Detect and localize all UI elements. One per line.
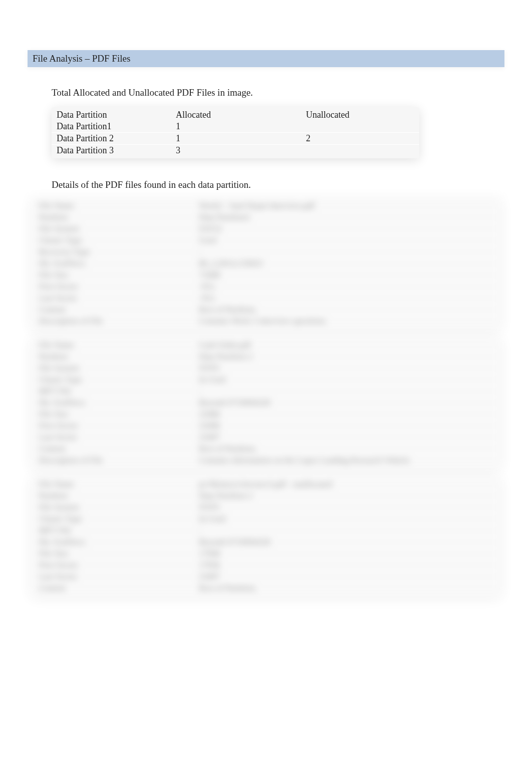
summary-caption: Total Allocated and Unallocated PDF File… <box>52 87 504 98</box>
cell-unallocated: 2 <box>306 133 414 144</box>
detail-label: File Name <box>39 479 199 489</box>
detail-label: Content <box>39 305 199 315</box>
section-title: File Analysis – PDF Files <box>33 53 130 64</box>
detail-row: Last Sector-NA- <box>32 292 500 304</box>
detail-value: 23497 <box>199 432 493 442</box>
detail-value: pv/Monica's/invoice3.pdf - unallocated <box>199 479 493 489</box>
detail-row: File NameCash Order.pdf <box>32 340 500 351</box>
detail-row: MFT File- <box>32 525 500 536</box>
summary-table: Data Partition Allocated Unallocated Dat… <box>52 107 419 158</box>
detail-value: 17956 <box>199 560 493 570</box>
table-row: Data Partition 2 1 2 <box>52 132 419 144</box>
cell-unallocated <box>306 121 414 132</box>
detail-label: Description of File <box>39 455 199 465</box>
detail-value: Data Partition 2 <box>199 491 493 501</box>
detail-value: -NA- <box>199 293 493 303</box>
detail-label: File System <box>39 363 199 373</box>
detail-label: Cluster Type <box>39 375 199 385</box>
detail-value: Week2 - Saul Dejan Interview.pdf <box>199 201 493 211</box>
detail-value: - <box>199 247 493 257</box>
detail-label: MFT File <box>39 526 199 536</box>
table-row: Data Partition 3 3 <box>52 144 419 156</box>
detail-row: Last Sector23497 <box>32 431 500 443</box>
detail-label: Cluster Type <box>39 514 199 524</box>
detail-value: Cash Order.pdf <box>199 340 493 350</box>
detail-row: Dir. Ext#Sect.86_2,2814,135823 <box>32 257 500 269</box>
detail-row: File NameWeek2 - Saul Dejan Interview.pd… <box>32 200 500 211</box>
detail-row: ContentRest of Partition, <box>32 582 500 594</box>
section-header: File Analysis – PDF Files <box>28 50 504 67</box>
detail-value: Rest of Partition, <box>199 305 493 315</box>
detail-label: Dir. Ext#Sect. <box>39 537 199 547</box>
detail-row: First Sector23496 <box>32 420 500 431</box>
detail-block: File NameWeek2 - Saul Dejan Interview.pd… <box>32 198 500 329</box>
detail-label: File Size <box>39 270 199 280</box>
detail-row: File SystemNTFS <box>32 501 500 513</box>
detail-value: Rest of Partition, <box>199 444 493 454</box>
cell-partition: Data Partition1 <box>57 121 176 132</box>
detail-block: File Namepv/Monica's/invoice3.pdf - unal… <box>32 477 500 596</box>
detail-label: Recovery Type <box>39 247 199 257</box>
detail-value: - <box>199 526 493 536</box>
detail-value: Contains Week 2 interview questions. <box>199 316 493 326</box>
detail-row: Description of FileContains information … <box>32 454 500 466</box>
detail-label: File System <box>39 502 199 512</box>
cell-allocated: 1 <box>176 133 306 144</box>
detail-value: -NA- <box>199 282 493 292</box>
detail-row: Cluster TypeIn Used <box>32 513 500 525</box>
detail-label: Cluster Type <box>39 235 199 245</box>
cell-allocated: 1 <box>176 121 306 132</box>
detail-block: File NameCash Order.pdf PartitionData Pa… <box>32 338 500 468</box>
detail-value: NTFS <box>199 363 493 373</box>
table-row: Data Partition1 1 <box>52 121 419 132</box>
detail-value: NTFS <box>199 502 493 512</box>
detail-value: Used <box>199 235 493 245</box>
cell-partition: Data Partition 2 <box>57 133 176 144</box>
detail-value: Beyond 4719404228 <box>199 537 493 547</box>
detail-row: Last Sector23497 <box>32 571 500 582</box>
detail-label: File System <box>39 224 199 234</box>
detail-value: Beyond 4719404228 <box>199 398 493 408</box>
detail-value: In Used <box>199 375 493 385</box>
detail-row: File Namepv/Monica's/invoice3.pdf - unal… <box>32 479 500 490</box>
detail-row: File Size17948 <box>32 548 500 559</box>
detail-label: First Sector <box>39 282 199 292</box>
detail-row: Cluster TypeUsed <box>32 234 500 246</box>
detail-value: In Used <box>199 514 493 524</box>
detail-row: First Sector17956 <box>32 559 500 571</box>
detail-value: 23486 <box>199 409 493 419</box>
detail-value: 86_2,2814,135823 <box>199 258 493 269</box>
detail-value: Data Partition 2 <box>199 352 493 362</box>
detail-row: PartitionData Partition 2 <box>32 351 500 362</box>
detail-row: File Size23486 <box>32 408 500 420</box>
document-page: File Analysis – PDF Files Total Allocate… <box>0 0 532 635</box>
detail-row: PartitionData Partition 2 <box>32 490 500 501</box>
detail-label: Partition <box>39 212 199 222</box>
detail-value: - <box>199 386 493 396</box>
detail-label: File Name <box>39 340 199 350</box>
detail-row: First Sector-NA- <box>32 281 500 292</box>
detail-row: Dir. Ext#Sect.Beyond 4719404228 <box>32 397 500 408</box>
detail-label: File Size <box>39 549 199 559</box>
detail-row: PartitionData Partition1 <box>32 211 500 223</box>
detail-row: Dir. Ext#Sect.Beyond 4719404228 <box>32 536 500 548</box>
detail-label: Description of File <box>39 316 199 326</box>
detail-value: Data Partition1 <box>199 212 493 222</box>
detail-label: Last Sector <box>39 572 199 582</box>
detail-label: Last Sector <box>39 432 199 442</box>
detail-row: File SystemFAT32 <box>32 223 500 234</box>
detail-label: Last Sector <box>39 293 199 303</box>
detail-label: Partition <box>39 491 199 501</box>
detail-row: MFT File- <box>32 385 500 397</box>
detail-value: 23497 <box>199 572 493 582</box>
detail-value: Rest of Partition, <box>199 583 493 593</box>
detail-value: 17948 <box>199 549 493 559</box>
summary-col-partition: Data Partition <box>57 110 176 120</box>
summary-col-allocated: Allocated <box>176 110 306 120</box>
detail-row: ContentRest of Partition, <box>32 443 500 454</box>
detail-label: File Name <box>39 201 199 211</box>
detail-row: ContentRest of Partition, <box>32 304 500 315</box>
details-caption: Details of the PDF files found in each d… <box>52 179 504 190</box>
detail-label: Content <box>39 444 199 454</box>
detail-value: 23496 <box>199 421 493 431</box>
